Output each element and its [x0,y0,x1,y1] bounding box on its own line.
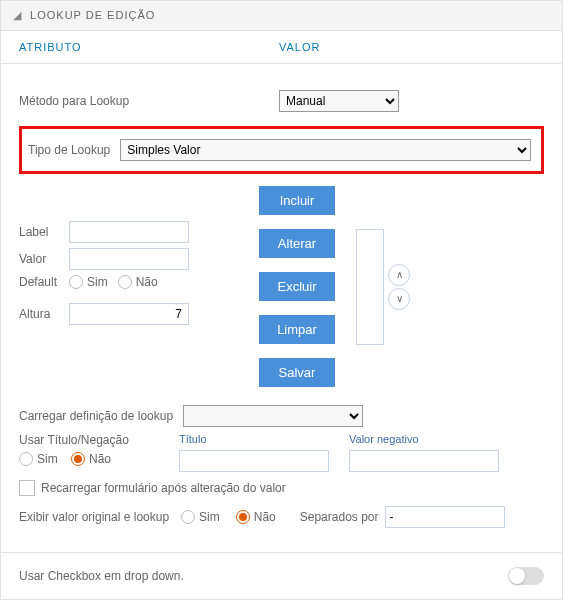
arrow-group: ∧ ∨ [388,264,410,310]
separados-label: Separados por [300,510,379,524]
lookup-type-select[interactable]: Simples Valor [120,139,531,161]
method-label: Método para Lookup [19,94,279,108]
separados-input[interactable] [385,506,505,528]
default-label: Default [19,275,69,289]
valor-row: Valor [19,248,239,270]
default-nao-radio[interactable] [118,275,132,289]
excluir-button[interactable]: Excluir [259,272,335,301]
lookup-panel: ◢ LOOKUP DE EDIÇÃO ATRIBUTO VALOR Método… [0,0,563,600]
usar-nao-radio[interactable] [71,452,85,466]
limpar-button[interactable]: Limpar [259,315,335,344]
main-columns: Label Valor Default Sim Não [19,186,544,387]
items-listbox[interactable] [356,229,384,345]
exibir-nao-radio[interactable] [236,510,250,524]
titulo-input[interactable] [179,450,329,472]
recarregar-row: Recarregar formulário após alteração do … [19,480,544,496]
usar-sim-radio[interactable] [19,452,33,466]
exibir-sim-label: Sim [199,510,220,524]
collapse-icon[interactable]: ◢ [13,9,22,21]
recarregar-label: Recarregar formulário após alteração do … [41,481,286,495]
header-value: VALOR [279,41,320,53]
lookup-type-label: Tipo de Lookup [28,143,110,157]
panel-title: LOOKUP DE EDIÇÃO [30,9,155,21]
salvar-button[interactable]: Salvar [259,358,335,387]
titulo-col: Título [179,433,329,472]
usar-nao-label: Não [89,452,111,466]
checkbox-dropdown-label: Usar Checkbox em drop down. [19,569,184,583]
method-select[interactable]: Manual [279,90,399,112]
altura-label: Altura [19,307,69,321]
exibir-sim-radio[interactable] [181,510,195,524]
altura-input[interactable] [69,303,189,325]
lookup-type-highlight: Tipo de Lookup Simples Valor [19,126,544,174]
button-column: Incluir Alterar Excluir Limpar Salvar [259,186,335,387]
titulo-header: Título [179,433,329,445]
reorder-column: ∧ ∨ [355,186,411,387]
recarregar-checkbox[interactable] [19,480,35,496]
default-nao-label: Não [136,275,158,289]
left-column: Label Valor Default Sim Não [19,186,239,387]
carregar-select[interactable] [183,405,363,427]
default-row: Default Sim Não [19,275,239,289]
default-sim-radio[interactable] [69,275,83,289]
panel-header: ◢ LOOKUP DE EDIÇÃO [1,1,562,31]
altura-row: Altura [19,303,239,325]
carregar-row: Carregar definição de lookup [19,405,544,427]
valor-neg-col: Valor negativo [349,433,499,472]
label-field-label: Label [19,225,69,239]
label-input[interactable] [69,221,189,243]
exibir-row: Exibir valor original e lookup Sim Não S… [19,506,544,528]
usar-sim-label: Sim [37,452,58,466]
header-attribute: ATRIBUTO [19,41,279,53]
valor-field-label: Valor [19,252,69,266]
alterar-button[interactable]: Alterar [259,229,335,258]
valor-neg-header: Valor negativo [349,433,499,445]
titulo-negacao-row: Usar Título/Negação Sim Não Título [19,433,544,472]
valor-neg-input[interactable] [349,450,499,472]
checkbox-dropdown-row: Usar Checkbox em drop down. [1,552,562,599]
usar-titulo-label: Usar Título/Negação [19,433,159,447]
usar-titulo-col: Usar Título/Negação Sim Não [19,433,159,472]
default-sim-label: Sim [87,275,108,289]
label-row: Label [19,221,239,243]
method-row: Método para Lookup Manual [19,90,544,112]
valor-input[interactable] [69,248,189,270]
move-down-icon[interactable]: ∨ [388,288,410,310]
carregar-label: Carregar definição de lookup [19,409,173,423]
incluir-button[interactable]: Incluir [259,186,335,215]
exibir-nao-label: Não [254,510,276,524]
move-up-icon[interactable]: ∧ [388,264,410,286]
table-header-row: ATRIBUTO VALOR [1,31,562,64]
exibir-label: Exibir valor original e lookup [19,510,169,524]
panel-body: Método para Lookup Manual Tipo de Lookup… [1,64,562,552]
checkbox-dropdown-toggle[interactable] [508,567,544,585]
